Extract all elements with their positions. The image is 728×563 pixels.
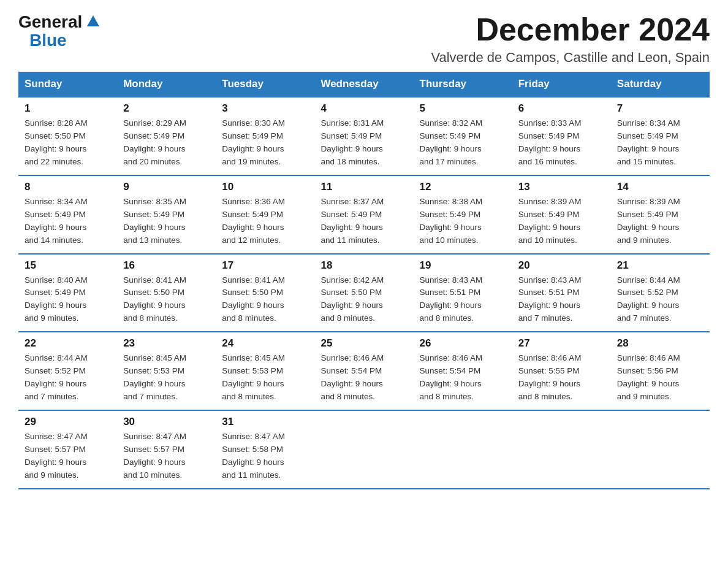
day-info: Sunrise: 8:36 AMSunset: 5:49 PMDaylight:…	[222, 196, 308, 247]
day-info: Sunrise: 8:34 AMSunset: 5:49 PMDaylight:…	[617, 117, 703, 169]
day-number: 5	[420, 102, 506, 115]
day-info: Sunrise: 8:46 AMSunset: 5:56 PMDaylight:…	[617, 352, 703, 404]
day-number: 15	[25, 259, 111, 272]
location-title: Valverde de Campos, Castille and Leon, S…	[431, 50, 710, 66]
logo-general-text: General	[18, 12, 82, 32]
day-number: 7	[617, 102, 703, 115]
day-number: 26	[420, 337, 506, 350]
calendar-week-row: 15Sunrise: 8:40 AMSunset: 5:49 PMDayligh…	[18, 254, 710, 332]
table-row	[414, 410, 512, 489]
day-info: Sunrise: 8:44 AMSunset: 5:52 PMDaylight:…	[617, 274, 703, 326]
day-number: 6	[518, 102, 605, 115]
table-row	[512, 410, 611, 489]
calendar-header-row: Sunday Monday Tuesday Wednesday Thursday…	[18, 72, 710, 97]
table-row: 5Sunrise: 8:32 AMSunset: 5:49 PMDaylight…	[414, 97, 512, 175]
day-info: Sunrise: 8:39 AMSunset: 5:49 PMDaylight:…	[518, 196, 605, 247]
table-row: 28Sunrise: 8:46 AMSunset: 5:56 PMDayligh…	[611, 332, 710, 410]
day-number: 3	[222, 102, 308, 115]
day-info: Sunrise: 8:44 AMSunset: 5:52 PMDaylight:…	[25, 352, 111, 404]
col-tuesday: Tuesday	[216, 72, 314, 97]
day-info: Sunrise: 8:37 AMSunset: 5:49 PMDaylight:…	[320, 196, 407, 247]
table-row	[611, 410, 710, 489]
day-info: Sunrise: 8:47 AMSunset: 5:58 PMDaylight:…	[222, 431, 308, 482]
day-number: 16	[123, 259, 210, 272]
day-info: Sunrise: 8:46 AMSunset: 5:55 PMDaylight:…	[518, 352, 605, 404]
day-number: 13	[518, 181, 605, 193]
table-row: 1Sunrise: 8:28 AMSunset: 5:50 PMDaylight…	[18, 97, 117, 175]
day-number: 1	[25, 102, 111, 115]
day-info: Sunrise: 8:41 AMSunset: 5:50 PMDaylight:…	[123, 274, 210, 326]
table-row: 20Sunrise: 8:43 AMSunset: 5:51 PMDayligh…	[512, 254, 611, 332]
day-number: 24	[222, 337, 308, 350]
title-area: December 2024 Valverde de Campos, Castil…	[431, 12, 710, 66]
day-info: Sunrise: 8:32 AMSunset: 5:49 PMDaylight:…	[420, 117, 506, 169]
day-info: Sunrise: 8:43 AMSunset: 5:51 PMDaylight:…	[420, 274, 506, 326]
table-row: 11Sunrise: 8:37 AMSunset: 5:49 PMDayligh…	[314, 175, 413, 254]
day-number: 31	[222, 416, 308, 428]
logo-blue-text: Blue	[29, 31, 67, 50]
day-number: 30	[123, 416, 210, 428]
day-info: Sunrise: 8:28 AMSunset: 5:50 PMDaylight:…	[25, 117, 111, 169]
day-number: 29	[25, 416, 111, 428]
day-info: Sunrise: 8:46 AMSunset: 5:54 PMDaylight:…	[320, 352, 407, 404]
col-monday: Monday	[117, 72, 216, 97]
calendar-week-row: 1Sunrise: 8:28 AMSunset: 5:50 PMDaylight…	[18, 97, 710, 175]
table-row: 25Sunrise: 8:46 AMSunset: 5:54 PMDayligh…	[314, 332, 413, 410]
calendar-week-row: 29Sunrise: 8:47 AMSunset: 5:57 PMDayligh…	[18, 410, 710, 489]
table-row: 22Sunrise: 8:44 AMSunset: 5:52 PMDayligh…	[18, 332, 117, 410]
calendar-week-row: 8Sunrise: 8:34 AMSunset: 5:49 PMDaylight…	[18, 175, 710, 254]
day-info: Sunrise: 8:35 AMSunset: 5:49 PMDaylight:…	[123, 196, 210, 247]
table-row: 19Sunrise: 8:43 AMSunset: 5:51 PMDayligh…	[414, 254, 512, 332]
col-friday: Friday	[512, 72, 611, 97]
table-row: 26Sunrise: 8:46 AMSunset: 5:54 PMDayligh…	[414, 332, 512, 410]
day-number: 28	[617, 337, 703, 350]
col-thursday: Thursday	[414, 72, 512, 97]
month-title: December 2024	[431, 12, 710, 47]
table-row: 6Sunrise: 8:33 AMSunset: 5:49 PMDaylight…	[512, 97, 611, 175]
col-saturday: Saturday	[611, 72, 710, 97]
day-info: Sunrise: 8:31 AMSunset: 5:49 PMDaylight:…	[320, 117, 407, 169]
day-info: Sunrise: 8:39 AMSunset: 5:49 PMDaylight:…	[617, 196, 703, 247]
day-info: Sunrise: 8:40 AMSunset: 5:49 PMDaylight:…	[25, 274, 111, 326]
day-number: 27	[518, 337, 605, 350]
table-row	[314, 410, 413, 489]
table-row: 27Sunrise: 8:46 AMSunset: 5:55 PMDayligh…	[512, 332, 611, 410]
day-info: Sunrise: 8:47 AMSunset: 5:57 PMDaylight:…	[25, 431, 111, 482]
table-row: 29Sunrise: 8:47 AMSunset: 5:57 PMDayligh…	[18, 410, 117, 489]
day-number: 23	[123, 337, 210, 350]
day-number: 21	[617, 259, 703, 272]
logo-flag-icon	[83, 14, 99, 30]
table-row: 17Sunrise: 8:41 AMSunset: 5:50 PMDayligh…	[216, 254, 314, 332]
day-number: 12	[420, 181, 506, 193]
table-row: 31Sunrise: 8:47 AMSunset: 5:58 PMDayligh…	[216, 410, 314, 489]
header: General Blue December 2024 Valverde de C…	[18, 12, 710, 66]
day-info: Sunrise: 8:46 AMSunset: 5:54 PMDaylight:…	[420, 352, 506, 404]
table-row: 30Sunrise: 8:47 AMSunset: 5:57 PMDayligh…	[117, 410, 216, 489]
day-info: Sunrise: 8:30 AMSunset: 5:49 PMDaylight:…	[222, 117, 308, 169]
table-row: 24Sunrise: 8:45 AMSunset: 5:53 PMDayligh…	[216, 332, 314, 410]
table-row: 13Sunrise: 8:39 AMSunset: 5:49 PMDayligh…	[512, 175, 611, 254]
logo: General Blue	[18, 12, 99, 50]
table-row: 23Sunrise: 8:45 AMSunset: 5:53 PMDayligh…	[117, 332, 216, 410]
day-number: 11	[320, 181, 407, 193]
day-number: 9	[123, 181, 210, 193]
svg-marker-0	[87, 15, 99, 26]
table-row: 3Sunrise: 8:30 AMSunset: 5:49 PMDaylight…	[216, 97, 314, 175]
day-info: Sunrise: 8:41 AMSunset: 5:50 PMDaylight:…	[222, 274, 308, 326]
day-number: 14	[617, 181, 703, 193]
day-number: 20	[518, 259, 605, 272]
table-row: 7Sunrise: 8:34 AMSunset: 5:49 PMDaylight…	[611, 97, 710, 175]
day-info: Sunrise: 8:29 AMSunset: 5:49 PMDaylight:…	[123, 117, 210, 169]
day-info: Sunrise: 8:42 AMSunset: 5:50 PMDaylight:…	[320, 274, 407, 326]
day-info: Sunrise: 8:34 AMSunset: 5:49 PMDaylight:…	[25, 196, 111, 247]
table-row: 8Sunrise: 8:34 AMSunset: 5:49 PMDaylight…	[18, 175, 117, 254]
calendar-table: Sunday Monday Tuesday Wednesday Thursday…	[18, 72, 710, 489]
day-info: Sunrise: 8:45 AMSunset: 5:53 PMDaylight:…	[222, 352, 308, 404]
table-row: 14Sunrise: 8:39 AMSunset: 5:49 PMDayligh…	[611, 175, 710, 254]
day-info: Sunrise: 8:43 AMSunset: 5:51 PMDaylight:…	[518, 274, 605, 326]
day-number: 4	[320, 102, 407, 115]
day-number: 10	[222, 181, 308, 193]
col-sunday: Sunday	[18, 72, 117, 97]
table-row: 2Sunrise: 8:29 AMSunset: 5:49 PMDaylight…	[117, 97, 216, 175]
calendar-week-row: 22Sunrise: 8:44 AMSunset: 5:52 PMDayligh…	[18, 332, 710, 410]
